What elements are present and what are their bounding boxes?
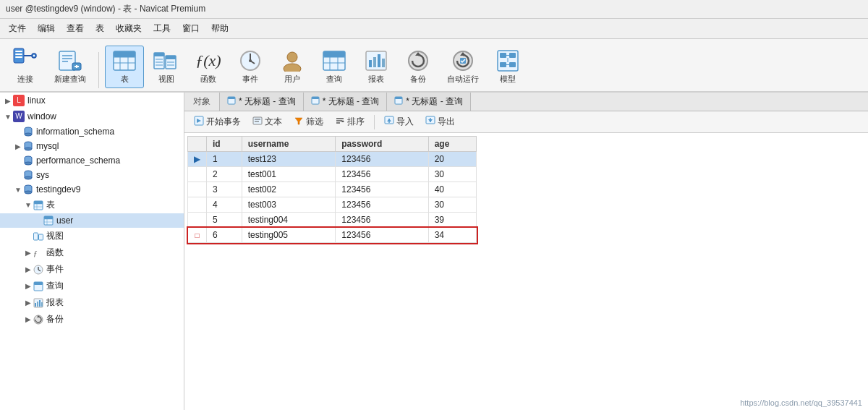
cell-age[interactable]: 39 — [428, 213, 476, 228]
sidebar-item-events[interactable]: ▶ 事件 — [0, 261, 184, 278]
data-btn-import[interactable]: 导入 — [379, 114, 419, 130]
cell-id[interactable]: 3 — [207, 182, 242, 197]
svg-point-76 — [25, 176, 32, 179]
cell-username[interactable]: test002 — [242, 182, 336, 197]
title-bar: user @testingdev9 (window) - 表 - Navicat… — [0, 0, 868, 19]
cell-password[interactable]: 123456 — [336, 152, 428, 167]
cell-id[interactable]: 6 — [207, 228, 242, 243]
svg-rect-113 — [395, 97, 402, 99]
svg-point-34 — [284, 64, 301, 72]
toolbar-label-table: 表 — [121, 74, 129, 85]
data-btn-icon-export — [425, 116, 435, 128]
col-id: id — [207, 137, 242, 152]
cell-username[interactable]: test003 — [242, 197, 336, 213]
table-row[interactable]: 5testing00412345639 — [188, 213, 477, 228]
cell-password[interactable]: 123456 — [336, 167, 428, 182]
toolbar-btn-query[interactable]: 查询 — [315, 46, 354, 88]
toolbar: 连接 新建查询 表 — [0, 39, 868, 93]
cell-age[interactable]: 30 — [428, 167, 476, 182]
table-row[interactable]: ▶1test12312345620 — [188, 152, 477, 167]
toolbar-btn-report[interactable]: 报表 — [357, 46, 396, 88]
table-row[interactable]: 2test00112345630 — [188, 167, 477, 182]
toolbar-btn-event[interactable]: 事件 — [231, 46, 270, 88]
data-btn-sort[interactable]: 排序 — [330, 114, 370, 130]
sidebar-item-reports[interactable]: ▶ 报表 — [0, 294, 184, 311]
tab-objects: 对象 — [184, 93, 220, 111]
sidebar-item-tables[interactable]: ▼ 表 — [0, 197, 184, 213]
cell-username[interactable]: testing005 — [242, 228, 336, 243]
sidebar-label-tables: 表 — [46, 199, 55, 211]
svg-rect-26 — [166, 56, 176, 59]
cell-age[interactable]: 30 — [428, 197, 476, 213]
sidebar-item-queries[interactable]: ▶ 查询 — [0, 278, 184, 294]
menu-item-收藏夹[interactable]: 收藏夹 — [110, 20, 148, 37]
svg-rect-102 — [35, 303, 36, 307]
data-btn-filter[interactable]: 筛选 — [289, 114, 328, 130]
toolbar-btn-backup[interactable]: 备份 — [399, 46, 438, 88]
sidebar-item-performance_schema[interactable]: performance_schema — [0, 153, 184, 168]
sidebar-item-views[interactable]: 视图 — [0, 228, 184, 244]
cell-password[interactable]: 123456 — [336, 197, 428, 213]
svg-rect-21 — [154, 53, 164, 56]
sidebar-item-window[interactable]: ▼ W window — [0, 108, 184, 124]
col-username: username — [242, 137, 336, 152]
menu-item-查看[interactable]: 查看 — [61, 20, 90, 37]
data-btn-text[interactable]: 文本 — [247, 114, 287, 130]
tab-tab2[interactable]: * 无标题 - 查询 — [304, 93, 388, 111]
toolbar-btn-user[interactable]: 用户 — [273, 46, 312, 88]
toolbar-btn-new-query[interactable]: 新建查询 — [48, 46, 93, 88]
sidebar-item-linux[interactable]: ▶ L linux — [0, 93, 184, 108]
cell-id[interactable]: 5 — [207, 213, 242, 228]
sidebar-item-information_schema[interactable]: information_schema — [0, 124, 184, 139]
expand-arrow-mysql: ▶ — [13, 142, 23, 150]
cell-username[interactable]: testing004 — [242, 213, 336, 228]
sidebar-item-sys[interactable]: sys — [0, 168, 184, 182]
toolbar-label-autorun: 自动运行 — [447, 74, 479, 85]
svg-rect-52 — [500, 53, 506, 58]
content-area: 对象 * 无标题 - 查询 * 无标题 - 查询 * 无标题 - 查询 开始事务… — [184, 93, 868, 410]
cell-username[interactable]: test123 — [242, 152, 336, 167]
sidebar-item-user-table[interactable]: user — [0, 213, 184, 228]
cell-id[interactable]: 4 — [207, 197, 242, 213]
tab-tab1[interactable]: * 无标题 - 查询 — [220, 93, 304, 111]
toolbar-btn-view[interactable]: 视图 — [147, 46, 186, 88]
menu-item-编辑[interactable]: 编辑 — [32, 20, 61, 37]
cell-password[interactable]: 123456 — [336, 228, 428, 243]
cell-password[interactable]: 123456 — [336, 182, 428, 197]
menu-item-表[interactable]: 表 — [90, 20, 110, 37]
data-btn-label-filter: 筛选 — [306, 116, 323, 128]
table-row[interactable]: 4test00312345630 — [188, 197, 477, 213]
cell-id[interactable]: 2 — [207, 167, 242, 182]
data-btn-export[interactable]: 导出 — [420, 114, 460, 130]
cell-age[interactable]: 20 — [428, 152, 476, 167]
cell-id[interactable]: 1 — [207, 152, 242, 167]
data-btn-label-import: 导入 — [396, 116, 414, 128]
menu-item-工具[interactable]: 工具 — [148, 20, 176, 37]
table-container: id username password age ▶1test123123456… — [184, 133, 868, 410]
toolbar-btn-model[interactable]: 模型 — [488, 46, 527, 88]
data-btn-begin-transaction[interactable]: 开始事务 — [189, 114, 246, 130]
sidebar-item-functions[interactable]: ▶ ƒ 函数 — [0, 244, 184, 261]
sidebar-label-mysql: mysql — [36, 141, 59, 151]
sidebar-item-testingdev9[interactable]: ▼ testingdev9 — [0, 182, 184, 197]
toolbar-label-report: 报表 — [368, 74, 384, 85]
svg-rect-44 — [378, 54, 380, 67]
data-btn-icon-text — [252, 116, 263, 128]
toolbar-btn-table[interactable]: 表 — [105, 46, 144, 88]
tab-tab3[interactable]: * 无标题 - 查询 — [387, 93, 471, 111]
cell-username[interactable]: test001 — [242, 167, 336, 182]
cell-age[interactable]: 40 — [428, 182, 476, 197]
sidebar-item-mysql[interactable]: ▶ mysql — [0, 139, 184, 153]
svg-rect-103 — [37, 302, 38, 307]
toolbar-btn-autorun[interactable]: 自动运行 — [441, 46, 485, 88]
toolbar-btn-function[interactable]: ƒ(x)函数 — [189, 46, 228, 88]
menu-item-文件[interactable]: 文件 — [3, 20, 32, 37]
cell-password[interactable]: 123456 — [336, 213, 428, 228]
cell-age[interactable]: 34 — [428, 228, 476, 243]
menu-item-帮助[interactable]: 帮助 — [205, 20, 234, 37]
menu-item-窗口[interactable]: 窗口 — [176, 20, 205, 37]
toolbar-btn-connect[interactable]: 连接 — [6, 42, 45, 88]
sidebar-item-backups[interactable]: ▶ 备份 — [0, 311, 184, 328]
table-row[interactable]: 3test00212345640 — [188, 182, 477, 197]
table-row[interactable]: □6testing00512345634 — [188, 228, 477, 243]
